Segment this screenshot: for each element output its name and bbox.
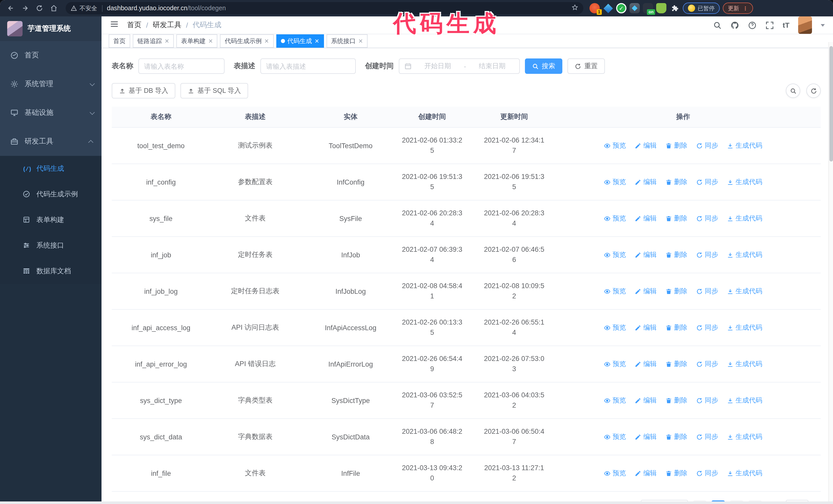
tab-api[interactable]: 系统接口✕ xyxy=(327,34,367,48)
preview-link[interactable]: 预览 xyxy=(604,432,626,441)
table-name-input[interactable] xyxy=(138,58,224,74)
edit-link[interactable]: 编辑 xyxy=(635,396,657,405)
reset-button[interactable]: 重置 xyxy=(568,58,605,74)
sync-link[interactable]: 同步 xyxy=(696,396,718,405)
sync-link[interactable]: 同步 xyxy=(696,287,718,296)
generate-code-link[interactable]: 生成代码 xyxy=(727,250,762,259)
sidebar-item-codegen-example[interactable]: 代码生成示例 xyxy=(0,182,101,207)
sidebar-item-db-doc[interactable]: 数据库文档 xyxy=(0,258,101,284)
tab-home[interactable]: 首页 xyxy=(109,34,130,48)
page-scrollbar[interactable] xyxy=(828,42,833,504)
delete-link[interactable]: 删除 xyxy=(665,214,687,223)
delete-link[interactable]: 删除 xyxy=(665,359,687,369)
generate-code-link[interactable]: 生成代码 xyxy=(727,432,762,441)
preview-link[interactable]: 预览 xyxy=(604,287,626,296)
extension-icon-switch[interactable]: on xyxy=(643,3,653,13)
tab-close-icon[interactable]: ✕ xyxy=(314,38,319,44)
sidebar-item-form-builder[interactable]: 表单构建 xyxy=(0,207,101,233)
tab-close-icon[interactable]: ✕ xyxy=(208,38,213,44)
extension-icon-diamond[interactable] xyxy=(603,3,613,13)
edit-link[interactable]: 编辑 xyxy=(635,359,657,369)
delete-link[interactable]: 删除 xyxy=(665,287,687,296)
toggle-search-button[interactable] xyxy=(786,83,800,98)
hamburger-icon[interactable] xyxy=(110,20,119,31)
sync-link[interactable]: 同步 xyxy=(696,250,718,259)
update-button[interactable]: 更新 ⋮ xyxy=(723,3,753,14)
edit-link[interactable]: 编辑 xyxy=(635,323,657,332)
tab-close-icon[interactable]: ✕ xyxy=(264,38,269,44)
preview-link[interactable]: 预览 xyxy=(604,359,626,369)
edit-link[interactable]: 编辑 xyxy=(635,287,657,296)
import-sql-button[interactable]: 基于 SQL 导入 xyxy=(181,83,248,98)
edit-link[interactable]: 编辑 xyxy=(635,432,657,441)
edit-link[interactable]: 编辑 xyxy=(635,177,657,187)
tab-codegen-example[interactable]: 代码生成示例✕ xyxy=(220,34,273,48)
address-bar[interactable]: 不安全 dashboard.yudao.iocoder.cn/tool/code… xyxy=(66,2,584,14)
date-range-picker[interactable]: 开始日期 - 结束日期 xyxy=(399,58,520,74)
preview-link[interactable]: 预览 xyxy=(604,141,626,150)
delete-link[interactable]: 删除 xyxy=(665,250,687,259)
delete-link[interactable]: 删除 xyxy=(665,141,687,150)
edit-link[interactable]: 编辑 xyxy=(635,141,657,150)
refresh-table-button[interactable] xyxy=(806,83,821,98)
sync-link[interactable]: 同步 xyxy=(696,214,718,223)
import-db-button[interactable]: 基于 DB 导入 xyxy=(112,83,175,98)
not-secure-chip[interactable]: 不安全 xyxy=(71,4,97,12)
preview-link[interactable]: 预览 xyxy=(604,396,626,405)
kebab-menu-icon[interactable]: ⋮ xyxy=(743,5,748,11)
avatar-caret-icon[interactable] xyxy=(821,24,825,28)
sidebar-item-codegen[interactable]: (/) 代码生成 xyxy=(0,156,101,182)
delete-link[interactable]: 删除 xyxy=(665,432,687,441)
back-icon[interactable] xyxy=(5,3,17,14)
edit-link[interactable]: 编辑 xyxy=(635,250,657,259)
tab-tracing[interactable]: 链路追踪✕ xyxy=(133,34,174,48)
sync-link[interactable]: 同步 xyxy=(696,177,718,187)
tab-form-builder[interactable]: 表单构建✕ xyxy=(176,34,217,48)
sidebar-item-system[interactable]: 系统管理 xyxy=(0,70,101,98)
generate-code-link[interactable]: 生成代码 xyxy=(727,469,762,478)
breadcrumb-devtools[interactable]: 研发工具 xyxy=(153,21,182,30)
generate-code-link[interactable]: 生成代码 xyxy=(727,396,762,405)
generate-code-link[interactable]: 生成代码 xyxy=(727,214,762,223)
edit-link[interactable]: 编辑 xyxy=(635,214,657,223)
extension-icon-grid[interactable] xyxy=(629,3,640,13)
help-icon[interactable] xyxy=(748,21,757,29)
breadcrumb-home[interactable]: 首页 xyxy=(127,21,142,30)
extensions-puzzle-icon[interactable] xyxy=(669,3,680,13)
sidebar-item-infra[interactable]: 基础设施 xyxy=(0,98,101,127)
logo-bar[interactable]: 芋道管理系统 xyxy=(0,17,101,41)
tab-close-icon[interactable]: ✕ xyxy=(358,38,363,44)
github-icon[interactable] xyxy=(731,21,739,29)
forward-icon[interactable] xyxy=(20,3,31,14)
generate-code-link[interactable]: 生成代码 xyxy=(727,359,762,369)
preview-link[interactable]: 预览 xyxy=(604,214,626,223)
sync-link[interactable]: 同步 xyxy=(696,359,718,369)
search-button[interactable]: 搜索 xyxy=(525,58,562,74)
sidebar-item-home[interactable]: 首页 xyxy=(0,41,101,70)
edit-link[interactable]: 编辑 xyxy=(635,469,657,478)
generate-code-link[interactable]: 生成代码 xyxy=(727,287,762,296)
delete-link[interactable]: 删除 xyxy=(665,469,687,478)
delete-link[interactable]: 删除 xyxy=(665,177,687,187)
bookmark-star-icon[interactable] xyxy=(572,4,578,13)
paused-badge[interactable]: 已暂停 xyxy=(683,3,720,14)
tab-codegen[interactable]: 代码生成✕ xyxy=(276,34,324,48)
preview-link[interactable]: 预览 xyxy=(604,177,626,187)
sidebar-item-devtools[interactable]: 研发工具 xyxy=(0,127,101,156)
sidebar-item-api[interactable]: 系统接口 xyxy=(0,233,101,258)
tab-close-icon[interactable]: ✕ xyxy=(165,38,169,44)
preview-link[interactable]: 预览 xyxy=(604,469,626,478)
search-icon[interactable] xyxy=(713,21,722,29)
extension-icon-robot[interactable] xyxy=(656,3,666,13)
sync-link[interactable]: 同步 xyxy=(696,469,718,478)
sync-link[interactable]: 同步 xyxy=(696,323,718,332)
extension-icon-orange[interactable]: 1 xyxy=(590,3,600,13)
delete-link[interactable]: 删除 xyxy=(665,396,687,405)
scrollbar-thumb[interactable] xyxy=(829,46,833,162)
sync-link[interactable]: 同步 xyxy=(696,141,718,150)
font-size-icon[interactable]: tT xyxy=(783,21,789,29)
home-icon[interactable] xyxy=(48,3,60,14)
delete-link[interactable]: 删除 xyxy=(665,323,687,332)
table-desc-input[interactable] xyxy=(260,58,356,74)
generate-code-link[interactable]: 生成代码 xyxy=(727,177,762,187)
